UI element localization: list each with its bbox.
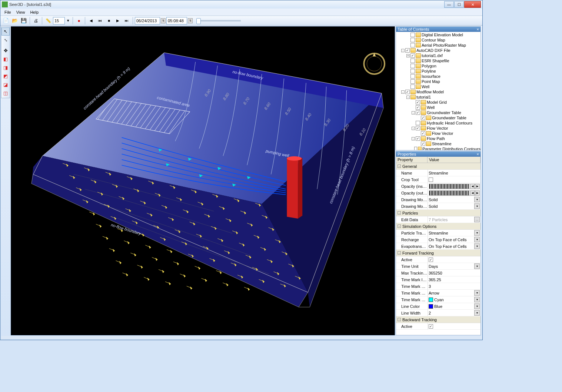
tree-item[interactable]: Isosurface xyxy=(396,74,480,79)
property-value[interactable]: 3 xyxy=(428,283,480,289)
tree-item[interactable]: ✓Groundwater Table xyxy=(396,115,480,120)
checkbox[interactable]: ✓ xyxy=(405,90,410,94)
dropdown-icon[interactable]: ▾ xyxy=(474,243,480,249)
property-category[interactable]: -General xyxy=(396,163,480,170)
toc-close-icon[interactable]: × xyxy=(477,27,479,31)
collapse-icon[interactable]: - xyxy=(398,251,401,255)
step-fwd-button[interactable] xyxy=(123,17,131,25)
checkbox[interactable]: ✓ xyxy=(421,116,425,120)
property-row[interactable]: Time Mark Interval365.25 xyxy=(396,276,480,283)
checkbox[interactable]: ✓ xyxy=(410,53,415,58)
tree-item[interactable]: ✓Well xyxy=(396,105,480,110)
tree-item[interactable]: -✓Flow Path xyxy=(396,136,480,141)
move-tool[interactable] xyxy=(1,46,10,54)
checkbox[interactable] xyxy=(410,84,415,89)
dropdown-icon[interactable]: ▾ xyxy=(474,297,480,302)
tree-item[interactable]: Polyline xyxy=(396,69,480,74)
tree-item[interactable]: -✓AutoCAD DXF File xyxy=(396,48,480,53)
dropdown-icon[interactable]: ▾ xyxy=(474,290,480,296)
dropdown-icon[interactable]: ▾ xyxy=(474,237,480,242)
property-value[interactable]: ◀▶ xyxy=(428,190,480,196)
3d-viewport[interactable]: no-flow boundary no-flow boundary consta… xyxy=(11,26,395,335)
tree-item[interactable]: Parameter Distribution Contours xyxy=(396,146,480,150)
date-input[interactable] xyxy=(135,17,160,24)
dropdown-icon[interactable]: ▾ xyxy=(474,197,480,202)
tree-item[interactable]: Polygon xyxy=(396,63,480,69)
property-row[interactable]: Line ColorBlue▾ xyxy=(396,303,480,310)
property-row[interactable]: Particle TrackingStreamline▾ xyxy=(396,230,480,236)
dropdown-icon[interactable]: ▾ xyxy=(474,230,480,236)
property-row[interactable]: Line Width2▾ xyxy=(396,310,480,316)
dropdown-icon[interactable]: ▾ xyxy=(474,203,480,209)
tree-item[interactable]: Aerial Photo/Raster Map xyxy=(396,43,480,48)
ruler-button[interactable] xyxy=(44,17,52,25)
property-row[interactable]: Opacity (outside crop)◀▶ xyxy=(396,190,480,196)
property-value[interactable]: Streamline xyxy=(428,170,480,176)
property-row[interactable]: Time Mark Size3 xyxy=(396,283,480,290)
tree-item[interactable]: ESRI Shapefile xyxy=(396,58,480,63)
spinner-button[interactable]: ▶ xyxy=(475,184,480,189)
property-value[interactable]: 7 Particles… xyxy=(428,216,480,223)
tree-item[interactable]: Hydraulic Head Contours xyxy=(396,120,480,126)
checkbox[interactable] xyxy=(410,59,415,63)
property-row[interactable]: Time UnitDays▾ xyxy=(396,263,480,270)
tree-item[interactable]: ✓Streamline xyxy=(396,141,480,146)
tree-item[interactable]: -✓Groundwater Table xyxy=(396,110,480,115)
checkbox[interactable]: ✓ xyxy=(416,110,420,115)
property-value[interactable]: Cyan▾ xyxy=(428,296,480,303)
property-value[interactable]: 365250 xyxy=(428,270,480,276)
property-value[interactable]: Solid▾ xyxy=(428,196,480,203)
property-category[interactable]: -Backward Tracking xyxy=(396,316,480,323)
property-row[interactable]: Drawing Mode (inside)Solid▾ xyxy=(396,196,480,203)
checkbox[interactable]: ✓ xyxy=(429,324,433,329)
tree-item[interactable]: Point Map xyxy=(396,79,480,84)
checkbox[interactable] xyxy=(410,38,415,42)
time-input[interactable] xyxy=(166,17,187,24)
tree-item[interactable]: ✓Flow Vector xyxy=(396,131,480,136)
spinner-button[interactable]: ◀ xyxy=(470,190,475,196)
new-button[interactable] xyxy=(2,17,10,25)
dropdown-icon[interactable]: ▾ xyxy=(474,303,480,309)
property-row[interactable]: Active✓ xyxy=(396,323,480,330)
tree-item[interactable]: -tutorial1 xyxy=(396,94,480,100)
expand-icon[interactable]: - xyxy=(412,111,415,114)
property-row[interactable]: EvapotranspirationOn Top Face of Cells▾ xyxy=(396,243,480,250)
property-value[interactable]: On Top Face of Cells▾ xyxy=(428,243,480,249)
select-area-tool[interactable] xyxy=(1,36,10,44)
property-value[interactable]: Blue▾ xyxy=(428,303,480,309)
save-button[interactable] xyxy=(20,17,28,25)
expand-icon[interactable]: - xyxy=(412,127,415,130)
collapse-icon[interactable]: - xyxy=(398,211,401,215)
checkbox[interactable] xyxy=(410,43,415,47)
property-row[interactable]: Drawing Mode (outside)Solid▾ xyxy=(396,203,480,210)
property-value[interactable] xyxy=(428,176,480,183)
property-row[interactable]: Time Mark TypeArrow▾ xyxy=(396,290,480,296)
record-button[interactable] xyxy=(75,17,83,25)
spinner-button[interactable]: ▶ xyxy=(475,190,480,196)
expand-icon[interactable]: - xyxy=(401,90,405,94)
view-left[interactable] xyxy=(1,72,10,80)
property-value[interactable]: ✓ xyxy=(428,323,480,329)
expand-icon[interactable]: - xyxy=(406,96,410,99)
tree-item[interactable]: Digital Elevation Model xyxy=(396,32,480,37)
property-category[interactable]: -Simulation Options xyxy=(396,223,480,230)
edit-button[interactable]: … xyxy=(474,217,480,222)
prev-button[interactable] xyxy=(87,17,95,25)
open-button[interactable] xyxy=(11,17,19,25)
property-row[interactable]: Max Tracking Time365250 xyxy=(396,270,480,276)
tree-item[interactable]: -✓Flow Vector xyxy=(396,126,480,131)
step-back-button[interactable] xyxy=(96,17,104,25)
spinner-button[interactable]: ◀ xyxy=(470,184,475,189)
expand-icon[interactable]: + xyxy=(406,54,410,57)
tree-item[interactable]: Contour Map xyxy=(396,37,480,43)
checkbox[interactable]: ✓ xyxy=(416,100,420,104)
menu-view[interactable]: View xyxy=(14,9,28,15)
opacity-slider[interactable] xyxy=(429,190,470,196)
property-row[interactable]: Time Mark ColorCyan▾ xyxy=(396,296,480,303)
checkbox[interactable] xyxy=(410,33,415,37)
checkbox[interactable] xyxy=(410,64,415,68)
opacity-slider[interactable] xyxy=(429,184,470,189)
menu-file[interactable]: File xyxy=(2,9,14,15)
expand-icon[interactable]: - xyxy=(401,49,405,52)
property-row[interactable]: RechargeOn Top Face of Cells▾ xyxy=(396,236,480,243)
